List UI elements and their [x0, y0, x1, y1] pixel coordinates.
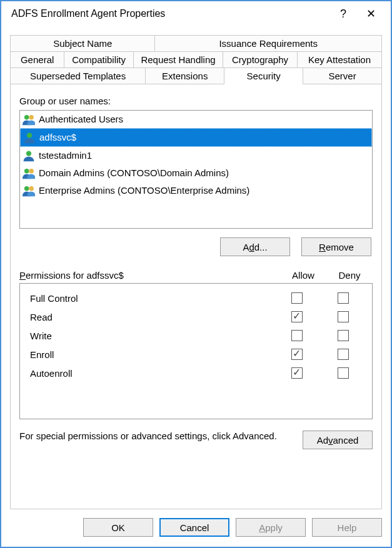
- permission-allow-checkbox[interactable]: [291, 349, 303, 360]
- permission-allow-checkbox[interactable]: [291, 367, 303, 379]
- tab-key-attestation-label: Key Attestation: [308, 54, 371, 65]
- advanced-text: For special permissions or advanced sett…: [19, 431, 296, 441]
- permission-name: Write: [30, 331, 273, 341]
- user-icon: [23, 131, 36, 144]
- permission-name: Full Control: [30, 293, 273, 304]
- group-user-list[interactable]: Authenticated Usersadfssvc$tstestadmin1D…: [19, 110, 373, 229]
- tab-extensions[interactable]: Extensions: [145, 67, 224, 84]
- dialog-buttons: OK Cancel Apply Help: [1, 509, 391, 547]
- permissions-header: Permissions for adfssvc$ Allow Deny: [19, 270, 373, 281]
- permission-deny-cell: [319, 347, 366, 362]
- tab-server[interactable]: Server: [303, 67, 382, 84]
- add-button-label: Add...: [243, 242, 267, 252]
- list-item[interactable]: Domain Admins (CONTOSO\Domain Admins): [20, 164, 372, 182]
- list-item-label: Authenticated Users: [39, 111, 123, 127]
- tab-key-attestation[interactable]: Key Attestation: [297, 51, 382, 67]
- permission-allow-checkbox[interactable]: [291, 292, 303, 304]
- permission-allow-cell: [273, 328, 319, 343]
- permission-row: Read: [30, 307, 366, 326]
- permission-allow-cell: [273, 291, 319, 306]
- tab-row-1: Subject NameIssuance Requirements: [10, 35, 382, 51]
- permission-deny-checkbox[interactable]: [338, 330, 349, 341]
- permission-deny-cell: [319, 328, 366, 343]
- advanced-row: For special permissions or advanced sett…: [19, 431, 373, 449]
- user-icon: [23, 149, 35, 162]
- close-icon: ✕: [366, 7, 376, 21]
- list-item[interactable]: tstestadmin1: [20, 147, 372, 164]
- tab-security-label: Security: [247, 71, 281, 81]
- permission-allow-cell: [273, 366, 319, 381]
- permission-deny-checkbox[interactable]: [338, 311, 349, 322]
- group-label-text: Group or user names:: [19, 96, 111, 106]
- permission-deny-checkbox[interactable]: [338, 292, 349, 304]
- permission-deny-checkbox[interactable]: [338, 349, 349, 360]
- tab-compatibility-label: Compatibility: [72, 54, 126, 65]
- tab-row-2: GeneralCompatibilityRequest HandlingCryp…: [10, 51, 382, 67]
- group-icon: [23, 167, 35, 179]
- tab-superseded-templates[interactable]: Superseded Templates: [10, 67, 146, 84]
- list-item-label: adfssvc$: [39, 129, 76, 146]
- advanced-button-label: Advanced: [317, 435, 359, 446]
- list-item-label: Domain Admins (CONTOSO\Domain Admins): [39, 165, 229, 181]
- tab-general-label: General: [21, 54, 54, 65]
- list-item-label: tstestadmin1: [39, 147, 92, 164]
- tab-superseded-templates-label: Superseded Templates: [30, 71, 126, 81]
- group-label: Group or user names:: [19, 96, 373, 106]
- allow-header: Allow: [280, 270, 326, 281]
- dialog-window: ADFS Enrollment Agent Properties ? ✕ Sub…: [0, 0, 392, 548]
- tab-row-3: Superseded TemplatesExtensionsSecuritySe…: [10, 67, 382, 84]
- permission-row: Full Control: [30, 289, 366, 307]
- list-item[interactable]: Authenticated Users: [20, 111, 372, 128]
- tab-subject-name[interactable]: Subject Name: [10, 35, 155, 51]
- tab-server-label: Server: [328, 71, 356, 81]
- permission-row: Write: [30, 326, 366, 345]
- list-item[interactable]: adfssvc$: [20, 128, 372, 147]
- add-button[interactable]: Add...: [220, 237, 290, 256]
- tab-extensions-label: Extensions: [162, 71, 208, 81]
- tab-issuance-requirements-label: Issuance Requirements: [219, 38, 318, 49]
- apply-button-label: Apply: [259, 522, 283, 533]
- permission-name: Enroll: [30, 349, 273, 360]
- window-title: ADFS Enrollment Agent Properties: [8, 8, 329, 19]
- list-item-label: Enterprise Admins (CONTOSO\Enterprise Ad…: [39, 182, 249, 199]
- help-button[interactable]: ?: [329, 1, 357, 26]
- help-icon: ?: [340, 7, 346, 21]
- tab-cryptography[interactable]: Cryptography: [223, 51, 298, 67]
- list-buttons: Add... Remove: [21, 237, 371, 256]
- client-area: Subject NameIssuance Requirements Genera…: [1, 26, 391, 509]
- cancel-button[interactable]: Cancel: [159, 518, 229, 537]
- tab-security[interactable]: Security: [224, 67, 303, 84]
- permission-row: Enroll: [30, 345, 366, 364]
- permission-allow-cell: [273, 309, 319, 324]
- tab-page-security: Group or user names: Authenticated Users…: [10, 84, 382, 509]
- permission-name: Read: [30, 312, 273, 322]
- tab-rows: Subject NameIssuance Requirements Genera…: [10, 35, 382, 84]
- permission-deny-cell: [319, 309, 366, 324]
- tab-request-handling[interactable]: Request Handling: [133, 51, 223, 67]
- close-button[interactable]: ✕: [357, 1, 384, 26]
- remove-button-label: Remove: [319, 242, 354, 252]
- permission-name: Autoenroll: [30, 368, 273, 379]
- help-button-bottom[interactable]: Help: [312, 518, 382, 537]
- list-item[interactable]: Enterprise Admins (CONTOSO\Enterprise Ad…: [20, 182, 372, 199]
- permission-allow-checkbox[interactable]: [291, 311, 303, 322]
- tab-request-handling-label: Request Handling: [141, 54, 215, 65]
- tab-general[interactable]: General: [10, 51, 64, 67]
- permission-row: Autoenroll: [30, 364, 366, 382]
- group-icon: [23, 113, 35, 126]
- advanced-button[interactable]: Advanced: [303, 431, 373, 449]
- permission-allow-checkbox[interactable]: [291, 330, 303, 341]
- ok-button[interactable]: OK: [83, 518, 153, 537]
- permissions-for-label: Permissions for adfssvc$: [19, 270, 280, 281]
- tab-subject-name-label: Subject Name: [53, 38, 112, 49]
- group-icon: [23, 184, 35, 197]
- permission-deny-cell: [319, 366, 366, 381]
- permission-deny-cell: [319, 291, 366, 306]
- remove-button[interactable]: Remove: [301, 237, 371, 256]
- titlebar: ADFS Enrollment Agent Properties ? ✕: [1, 1, 391, 26]
- permission-deny-checkbox[interactable]: [338, 367, 349, 379]
- tab-cryptography-label: Cryptography: [232, 54, 288, 65]
- tab-compatibility[interactable]: Compatibility: [64, 51, 134, 67]
- tab-issuance-requirements[interactable]: Issuance Requirements: [154, 35, 382, 51]
- apply-button[interactable]: Apply: [236, 518, 306, 537]
